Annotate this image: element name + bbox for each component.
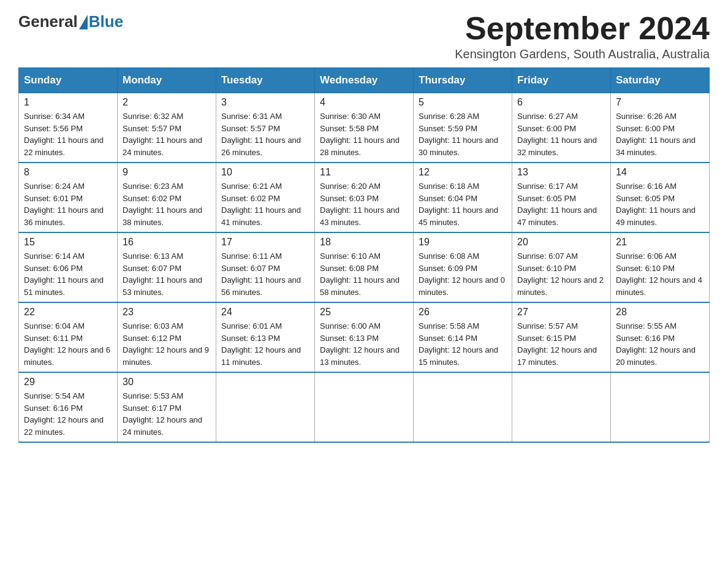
day-cell: 24Sunrise: 6:01 AMSunset: 6:13 PMDayligh…	[216, 302, 315, 372]
day-number: 15	[24, 237, 112, 248]
day-info: Sunrise: 6:03 AMSunset: 6:12 PMDaylight:…	[123, 320, 211, 368]
day-number: 12	[419, 167, 507, 178]
day-number: 14	[616, 167, 704, 178]
day-info: Sunrise: 6:00 AMSunset: 6:13 PMDaylight:…	[320, 320, 408, 368]
day-info: Sunrise: 6:08 AMSunset: 6:09 PMDaylight:…	[419, 250, 507, 298]
day-number: 13	[517, 167, 605, 178]
header-cell-sunday: Sunday	[19, 68, 118, 93]
day-cell: 15Sunrise: 6:14 AMSunset: 6:06 PMDayligh…	[19, 232, 118, 302]
logo-general: General	[18, 12, 78, 31]
day-cell: 29Sunrise: 5:54 AMSunset: 6:16 PMDayligh…	[19, 372, 118, 442]
day-cell: 21Sunrise: 6:06 AMSunset: 6:10 PMDayligh…	[611, 232, 710, 302]
day-number: 18	[320, 237, 408, 248]
day-cell	[414, 372, 512, 442]
logo-text: General Blue	[18, 12, 123, 31]
day-cell: 8Sunrise: 6:24 AMSunset: 6:01 PMDaylight…	[19, 163, 118, 232]
day-cell: 16Sunrise: 6:13 AMSunset: 6:07 PMDayligh…	[118, 232, 216, 302]
day-info: Sunrise: 6:20 AMSunset: 6:03 PMDaylight:…	[320, 180, 408, 228]
day-cell	[512, 372, 611, 442]
week-row-4: 22Sunrise: 6:04 AMSunset: 6:11 PMDayligh…	[19, 302, 710, 372]
day-info: Sunrise: 6:27 AMSunset: 6:00 PMDaylight:…	[517, 110, 605, 158]
day-number: 26	[419, 307, 507, 318]
day-number: 8	[24, 167, 112, 178]
day-cell: 3Sunrise: 6:31 AMSunset: 5:57 PMDaylight…	[216, 93, 315, 163]
day-number: 22	[24, 307, 112, 318]
day-info: Sunrise: 6:10 AMSunset: 6:08 PMDaylight:…	[320, 250, 408, 298]
header-cell-wednesday: Wednesday	[315, 68, 414, 93]
logo-blue: Blue	[89, 12, 123, 31]
day-cell: 4Sunrise: 6:30 AMSunset: 5:58 PMDaylight…	[315, 93, 414, 163]
day-info: Sunrise: 6:04 AMSunset: 6:11 PMDaylight:…	[24, 320, 112, 368]
day-info: Sunrise: 5:55 AMSunset: 6:16 PMDaylight:…	[616, 320, 704, 368]
day-cell: 6Sunrise: 6:27 AMSunset: 6:00 PMDaylight…	[512, 93, 611, 163]
day-info: Sunrise: 6:17 AMSunset: 6:05 PMDaylight:…	[517, 180, 605, 228]
day-info: Sunrise: 6:30 AMSunset: 5:58 PMDaylight:…	[320, 110, 408, 158]
location: Kensington Gardens, South Australia, Aus…	[455, 47, 710, 61]
day-cell: 1Sunrise: 6:34 AMSunset: 5:56 PMDaylight…	[19, 93, 118, 163]
day-info: Sunrise: 6:21 AMSunset: 6:02 PMDaylight:…	[221, 180, 309, 228]
day-info: Sunrise: 6:07 AMSunset: 6:10 PMDaylight:…	[517, 250, 605, 298]
day-number: 25	[320, 307, 408, 318]
header-cell-tuesday: Tuesday	[216, 68, 315, 93]
day-cell	[216, 372, 315, 442]
month-title: September 2024	[455, 12, 710, 44]
day-cell: 23Sunrise: 6:03 AMSunset: 6:12 PMDayligh…	[118, 302, 216, 372]
calendar-body: 1Sunrise: 6:34 AMSunset: 5:56 PMDaylight…	[19, 93, 710, 443]
day-number: 5	[419, 97, 507, 108]
day-cell: 25Sunrise: 6:00 AMSunset: 6:13 PMDayligh…	[315, 302, 414, 372]
day-number: 11	[320, 167, 408, 178]
week-row-3: 15Sunrise: 6:14 AMSunset: 6:06 PMDayligh…	[19, 232, 710, 302]
day-number: 20	[517, 237, 605, 248]
day-cell: 26Sunrise: 5:58 AMSunset: 6:14 PMDayligh…	[414, 302, 512, 372]
day-cell: 19Sunrise: 6:08 AMSunset: 6:09 PMDayligh…	[414, 232, 512, 302]
day-cell: 5Sunrise: 6:28 AMSunset: 5:59 PMDaylight…	[414, 93, 512, 163]
day-info: Sunrise: 5:57 AMSunset: 6:15 PMDaylight:…	[517, 320, 605, 368]
header-cell-monday: Monday	[118, 68, 216, 93]
calendar-header: SundayMondayTuesdayWednesdayThursdayFrid…	[19, 68, 710, 93]
day-info: Sunrise: 6:16 AMSunset: 6:05 PMDaylight:…	[616, 180, 704, 228]
day-number: 17	[221, 237, 309, 248]
header-cell-friday: Friday	[512, 68, 611, 93]
week-row-5: 29Sunrise: 5:54 AMSunset: 6:16 PMDayligh…	[19, 372, 710, 442]
header-row: SundayMondayTuesdayWednesdayThursdayFrid…	[19, 68, 710, 93]
day-cell: 22Sunrise: 6:04 AMSunset: 6:11 PMDayligh…	[19, 302, 118, 372]
header-cell-thursday: Thursday	[414, 68, 512, 93]
day-info: Sunrise: 6:34 AMSunset: 5:56 PMDaylight:…	[24, 110, 112, 158]
logo: General Blue	[18, 12, 123, 31]
day-info: Sunrise: 6:14 AMSunset: 6:06 PMDaylight:…	[24, 250, 112, 298]
day-cell: 12Sunrise: 6:18 AMSunset: 6:04 PMDayligh…	[414, 163, 512, 232]
page-header: General Blue September 2024 Kensington G…	[18, 12, 710, 61]
day-number: 6	[517, 97, 605, 108]
day-cell: 27Sunrise: 5:57 AMSunset: 6:15 PMDayligh…	[512, 302, 611, 372]
day-cell	[315, 372, 414, 442]
day-number: 29	[24, 377, 112, 388]
day-cell: 28Sunrise: 5:55 AMSunset: 6:16 PMDayligh…	[611, 302, 710, 372]
day-cell: 7Sunrise: 6:26 AMSunset: 6:00 PMDaylight…	[611, 93, 710, 163]
day-info: Sunrise: 6:01 AMSunset: 6:13 PMDaylight:…	[221, 320, 309, 368]
day-info: Sunrise: 6:28 AMSunset: 5:59 PMDaylight:…	[419, 110, 507, 158]
day-number: 27	[517, 307, 605, 318]
day-info: Sunrise: 6:23 AMSunset: 6:02 PMDaylight:…	[123, 180, 211, 228]
day-info: Sunrise: 6:31 AMSunset: 5:57 PMDaylight:…	[221, 110, 309, 158]
day-number: 21	[616, 237, 704, 248]
day-cell	[611, 372, 710, 442]
day-number: 1	[24, 97, 112, 108]
day-number: 7	[616, 97, 704, 108]
day-cell: 30Sunrise: 5:53 AMSunset: 6:17 PMDayligh…	[118, 372, 216, 442]
day-number: 4	[320, 97, 408, 108]
day-number: 16	[123, 237, 211, 248]
day-info: Sunrise: 6:32 AMSunset: 5:57 PMDaylight:…	[123, 110, 211, 158]
week-row-2: 8Sunrise: 6:24 AMSunset: 6:01 PMDaylight…	[19, 163, 710, 232]
logo-triangle-icon	[79, 15, 88, 29]
day-cell: 11Sunrise: 6:20 AMSunset: 6:03 PMDayligh…	[315, 163, 414, 232]
day-info: Sunrise: 6:11 AMSunset: 6:07 PMDaylight:…	[221, 250, 309, 298]
day-info: Sunrise: 6:13 AMSunset: 6:07 PMDaylight:…	[123, 250, 211, 298]
day-info: Sunrise: 5:58 AMSunset: 6:14 PMDaylight:…	[419, 320, 507, 368]
day-number: 10	[221, 167, 309, 178]
day-cell: 14Sunrise: 6:16 AMSunset: 6:05 PMDayligh…	[611, 163, 710, 232]
day-cell: 13Sunrise: 6:17 AMSunset: 6:05 PMDayligh…	[512, 163, 611, 232]
day-number: 9	[123, 167, 211, 178]
day-info: Sunrise: 6:18 AMSunset: 6:04 PMDaylight:…	[419, 180, 507, 228]
day-cell: 20Sunrise: 6:07 AMSunset: 6:10 PMDayligh…	[512, 232, 611, 302]
day-cell: 10Sunrise: 6:21 AMSunset: 6:02 PMDayligh…	[216, 163, 315, 232]
